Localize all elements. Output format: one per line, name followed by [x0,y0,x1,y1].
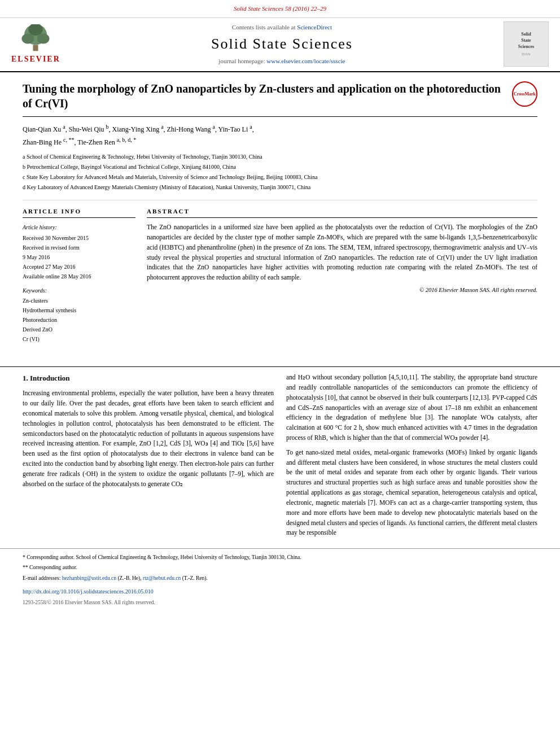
footnote-double-star: ** Corresponding author. [23,563,537,572]
elsevier-footer: 1293-2558/© 2016 Elsevier Masson SAS. Al… [0,599,560,606]
article-info-title: ARTICLE INFO [23,207,135,218]
paper-title: Tuning the morphology of ZnO nanoparticl… [23,81,512,111]
email1-link[interactable]: hezhanbing@ustit.edu.cn [62,575,116,581]
keywords-section: Keywords: Zn-clusters Hydrothermal synth… [23,287,135,344]
crossmark-label: CrossMark [514,91,536,97]
footnote-emails: E-mail addresses: hezhanbing@ustit.edu.c… [23,574,537,583]
journal-header-bar: ELSEVIER Contents lists available at Sci… [0,21,560,72]
affiliation-b: b Petrochemical College, Bayingol Vocati… [23,163,537,172]
keyword-1: Zn-clusters [23,296,135,305]
journal-logo-right: Solid State Sciences ISSN [504,21,549,67]
email2-name: (T.-Z. Ren). [182,575,208,581]
introduction-heading: 1. Introduction [23,373,274,384]
doi-link[interactable]: http://dx.doi.org/10.1016/j.solidstatesc… [23,588,154,595]
footnote-star: * Corresponding author. School of Chemic… [23,553,537,562]
section-divider [0,366,560,367]
authors-line: Qian-Qian Xu a, Shu-Wei Qiu b, Xiang-Yin… [23,123,537,147]
section-number: 1. [23,374,28,382]
journal-header-center: Contents lists available at ScienceDirec… [60,23,504,65]
revised-date: 9 May 2016 [23,252,135,262]
keyword-2: Hydrothermal synthesis [23,305,135,315]
crossmark-badge[interactable]: CrossMark [512,81,537,107]
received-date: Received 30 November 2015 [23,233,135,243]
doi-section: http://dx.doi.org/10.1016/j.solidstatesc… [0,584,560,599]
abstract-title: ABSTRACT [147,207,537,218]
elsevier-logo: ELSEVIER [11,24,60,65]
article-history: Article history: Received 30 November 20… [23,222,135,281]
sciencedirect-link[interactable]: ScienceDirect [297,24,332,30]
svg-point-3 [37,33,50,43]
abstract-panel: ABSTRACT The ZnO nanoparticles in a unif… [147,207,537,344]
logo-text: Solid State Sciences [518,31,534,50]
intro-col2-para2: To get nano-sized metal oxides, metal-or… [286,448,537,538]
journal-homepage-line: journal homepage: www.elsevier.com/locat… [72,57,492,65]
logo-issn: ISSN [522,52,530,58]
copyright-line: © 2016 Elsevier Masson SAS. All rights r… [147,286,537,295]
keywords-label: Keywords: [23,287,135,295]
article-info-abstract-row: ARTICLE INFO Article history: Received 3… [23,207,537,344]
available-date: Available online 28 May 2016 [23,272,135,281]
history-label: Article history: [23,222,135,232]
article-info-panel: ARTICLE INFO Article history: Received 3… [23,207,135,344]
footnotes: * Corresponding author. School of Chemic… [0,548,560,583]
paper-content: Tuning the morphology of ZnO nanoparticl… [0,72,560,361]
intro-col2-para1: and H₂O without secondary pollution [4,5… [286,373,537,443]
svg-point-2 [22,33,34,43]
journal-reference: Solid State Sciences 58 (2016) 22–29 [0,5,560,13]
journal-title: Solid State Sciences [72,34,492,54]
email1-name: (Z.-B. He), [117,575,141,581]
abstract-text: The ZnO nanoparticles in a uniformed siz… [147,222,537,283]
journal-url-link[interactable]: www.elsevier.com/locate/ssscie [266,58,345,64]
keywords-list: Zn-clusters Hydrothermal synthesis Photo… [23,296,135,344]
homepage-label: journal homepage: [218,58,265,64]
body-content: 1. Introduction Increasing environmental… [0,373,560,543]
received-revised-label: Received in revised form [23,243,135,252]
svg-rect-0 [33,45,38,51]
contents-available-line: Contents lists available at ScienceDirec… [72,23,492,32]
accepted-date: Accepted 27 May 2016 [23,262,135,272]
affiliation-d: d Key Laboratory of Advanced Energy Mate… [23,183,537,192]
affiliation-a: a School of Chemical Engineering & Techn… [23,152,537,161]
affiliation-c: c State Key Laboratory for Advanced Meta… [23,173,537,182]
elsevier-brand-label: ELSEVIER [11,54,60,65]
paper-title-section: Tuning the morphology of ZnO nanoparticl… [23,81,537,117]
email2-link[interactable]: rtz@hebut.edu.cn [143,575,181,581]
issn-line: 1293-2558/© 2016 Elsevier Masson SAS. Al… [23,600,155,605]
keyword-5: Cr (VI) [23,334,135,344]
keyword-4: Derived ZnO [23,325,135,334]
body-col-right: and H₂O without secondary pollution [4,5… [286,373,537,543]
intro-col1-para1: Increasing environmental problems, espec… [23,388,274,489]
contents-text: Contents lists available at [232,24,296,30]
section-title-text: Introduction [30,374,70,382]
keyword-3: Photoreduction [23,315,135,325]
affiliations-block: a School of Chemical Engineering & Techn… [23,152,537,200]
body-col-left: 1. Introduction Increasing environmental… [23,373,274,543]
elsevier-tree-icon [16,24,55,53]
email-label: E-mail addresses: [23,575,60,581]
